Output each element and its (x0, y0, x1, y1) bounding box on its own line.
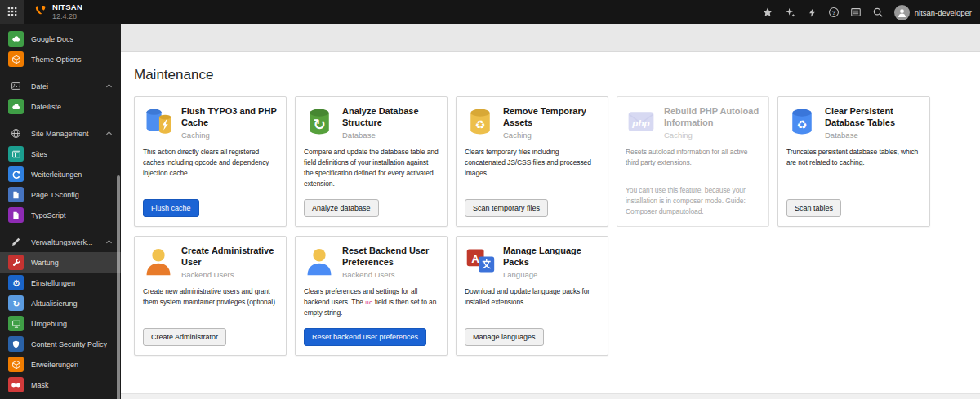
card-description: Compare and update the database table an… (304, 147, 439, 190)
bolt-icon[interactable] (801, 0, 823, 24)
card-title: Manage Language Packs (503, 246, 599, 268)
content-area: Maintenance Flush TYPO3 and PHP Cache Ca… (121, 24, 980, 399)
database-refresh-icon: ↻ (304, 106, 335, 137)
sidebar-item-content-security-policy[interactable]: Content Security Policy (0, 334, 121, 354)
sidebar-label: Aktualisierung (31, 299, 78, 308)
avatar (894, 5, 910, 20)
card-description: Resets autoload information for all acti… (626, 147, 760, 168)
layout-icon (8, 146, 24, 162)
chevron-up-icon (105, 237, 114, 246)
recycle-cylinder-blue-icon: ♻ (786, 106, 817, 137)
card-disabled-note: You can't use this feature, because your… (626, 175, 760, 218)
sidebar-label: Erweiterungen (31, 361, 78, 369)
product-name: NITSAN (52, 3, 82, 12)
card-description: This action directly clears all register… (143, 147, 278, 180)
product-version: 12.4.28 (52, 12, 82, 20)
sidebar-label: Theme Options (31, 55, 82, 64)
card-description: Truncates persistent database tables, wh… (786, 147, 921, 168)
sidebar-section-verwaltungswerk[interactable]: Verwaltungswerk... (0, 232, 121, 252)
sidebar-label: Datei (31, 82, 48, 91)
svg-text:php: php (631, 117, 650, 128)
svg-text:♻: ♻ (797, 118, 808, 131)
shield-icon (8, 336, 24, 352)
sidebar-item-einstellungen[interactable]: ⚙Einstellungen (0, 273, 121, 293)
cloud-icon (8, 99, 24, 114)
docheader (121, 24, 980, 52)
search-icon[interactable] (867, 0, 889, 24)
cache-cylinders-icon (143, 106, 174, 137)
redirect-icon (8, 166, 24, 182)
document-icon (8, 207, 24, 223)
sidebar-item-dateiliste[interactable]: Dateiliste (0, 96, 121, 117)
monitor-icon (8, 316, 24, 331)
sidebar-label: Wartung (31, 259, 59, 267)
manage-languages-button[interactable]: Manage languages (465, 328, 544, 346)
sidebar-item-page-tsconfig[interactable]: Page TSconfig (0, 184, 121, 205)
sidebar-nav: Google DocsTheme OptionsDateiDateilisteS… (0, 24, 121, 399)
svg-text:?: ? (832, 9, 836, 16)
card-subtitle: Caching (503, 131, 599, 140)
chevron-up-icon (105, 82, 114, 91)
sidebar-item-google-docs[interactable]: Google Docs (0, 29, 121, 49)
card-description: Download and update language packs for i… (465, 286, 599, 308)
cloud-icon (8, 31, 24, 47)
sidebar-item-sites[interactable]: Sites (0, 144, 121, 164)
refresh-icon: ↻ (8, 295, 24, 311)
sidebar-item-theme-options[interactable]: Theme Options (0, 49, 121, 69)
sidebar-section-site-management[interactable]: Site Management (0, 123, 121, 144)
sidebar-item-mask[interactable]: Mask (0, 375, 121, 395)
create-administrator-button[interactable]: Create Administrator (143, 328, 226, 346)
horizontal-scrollbar[interactable] (121, 393, 980, 399)
list-icon[interactable] (845, 0, 867, 24)
sidebar-label: Weiterleitungen (31, 171, 82, 179)
card-analyze-database: ↻ Analyze Database Structure Database Co… (295, 96, 448, 227)
typo3-backend: NITSAN 12.4.28 ? nitsan-developer Google… (0, 0, 980, 399)
sparkle-icon[interactable] (779, 0, 801, 24)
admin-user-icon (143, 246, 174, 277)
flush-cache-button[interactable]: Flush cache (143, 199, 199, 217)
card-clear-persistent-tables: ♻ Clear Persistent Database Tables Datab… (777, 96, 930, 227)
topbar-toolbar: ? nitsan-developer (757, 0, 980, 24)
sidebar-scrollbar[interactable] (117, 175, 120, 399)
sidebar-section-datei[interactable]: Datei (0, 76, 121, 96)
recycle-cylinder-yellow-icon: ♻ (465, 106, 496, 137)
card-title: Remove Temporary Assets (503, 106, 599, 129)
module-menu-toggle-button[interactable] (0, 0, 24, 24)
card-rebuild-php-autoload: php Rebuild PHP Autoload Information Cac… (617, 96, 769, 227)
image-icon (8, 81, 24, 91)
sidebar-label: Umgebung (31, 320, 67, 328)
cube-icon (8, 357, 24, 372)
analyze-database-button[interactable]: Analyze database (304, 199, 379, 217)
svg-text:A: A (471, 253, 479, 265)
card-manage-language-packs: A Manage Language Packs Language Downloa… (456, 236, 608, 356)
card-subtitle: Caching (181, 131, 278, 140)
sidebar-item-umgebung[interactable]: Umgebung (0, 313, 121, 334)
sidebar-item-weiterleitungen[interactable]: Weiterleitungen (0, 164, 121, 184)
card-subtitle: Database (342, 131, 439, 140)
card-subtitle: Backend Users (342, 270, 439, 279)
sidebar-label: TypoScript (31, 211, 66, 219)
topbar: NITSAN 12.4.28 ? nitsan-developer (0, 0, 980, 24)
card-description: Clears preferences and settings for all … (304, 286, 439, 319)
sidebar-item-wartung[interactable]: Wartung (0, 252, 121, 273)
sidebar-item-aktualisierung[interactable]: ↻Aktualisierung (0, 293, 121, 313)
sidebar-item-typoscript[interactable]: TypoScript (0, 205, 121, 225)
uc-code: uc (365, 299, 372, 306)
sidebar-label: Page TSconfig (31, 191, 79, 199)
reset-backend-user-preferences-button[interactable]: Reset backend user preferences (304, 328, 426, 346)
sidebar-item-erweiterungen[interactable]: Erweiterungen (0, 354, 121, 375)
card-subtitle: Caching (664, 131, 760, 140)
user-menu[interactable]: nitsan-developer (894, 5, 972, 20)
document-icon (8, 187, 24, 202)
scan-temporary-files-button[interactable]: Scan temporary files (465, 199, 548, 217)
brand: NITSAN 12.4.28 (34, 3, 82, 20)
card-description: Clears temporary files including concate… (465, 147, 599, 180)
sidebar-label: Dateiliste (31, 103, 61, 111)
scan-tables-button[interactable]: Scan tables (786, 199, 841, 217)
tools-icon (8, 237, 24, 247)
language-packs-icon: A (465, 246, 496, 277)
star-icon[interactable] (757, 0, 779, 24)
page-title: Maintenance (134, 67, 967, 83)
help-icon[interactable]: ? (823, 0, 845, 24)
card-title: Flush TYPO3 and PHP Cache (181, 106, 278, 129)
